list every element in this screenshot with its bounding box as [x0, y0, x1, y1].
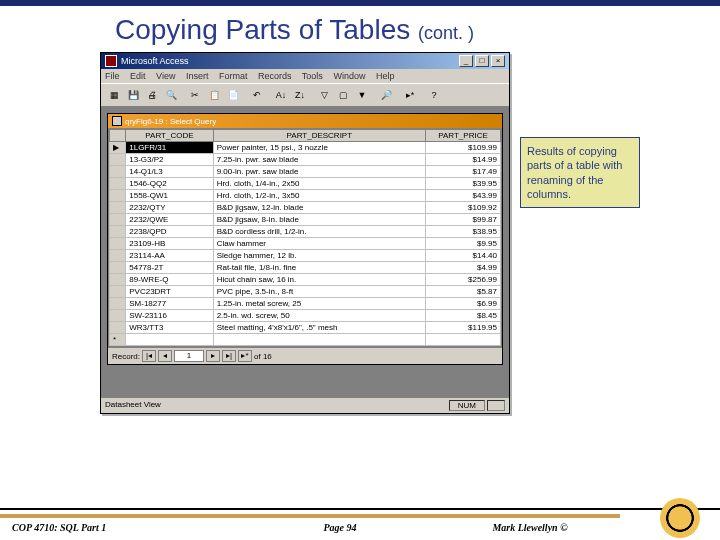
table-cell[interactable]	[110, 322, 126, 334]
menu-view[interactable]: View	[156, 71, 175, 81]
table-row[interactable]: 1558-QW1Hrd. cloth, 1/2-in., 3x50$43.99	[110, 190, 501, 202]
table-cell[interactable]: SM-18277	[126, 298, 213, 310]
table-cell[interactable]: 23114-AA	[126, 250, 213, 262]
table-cell[interactable]	[110, 286, 126, 298]
table-cell[interactable]: 1.25-in. metal screw, 25	[213, 298, 425, 310]
nav-last-icon[interactable]: ▸|	[222, 350, 236, 362]
nav-next-icon[interactable]: ▸	[206, 350, 220, 362]
table-cell[interactable]	[213, 334, 425, 346]
table-cell[interactable]: $119.95	[426, 322, 501, 334]
table-cell[interactable]: 23109-HB	[126, 238, 213, 250]
datasheet-grid[interactable]: PART_CODE PART_DESCRIPT PART_PRICE ▶1LGF…	[108, 128, 502, 347]
table-row[interactable]: *	[110, 334, 501, 346]
table-row[interactable]: 14-Q1/L39.00-in. pwr. saw blade$17.49	[110, 166, 501, 178]
maximize-button[interactable]: □	[475, 55, 489, 67]
table-cell[interactable]: 1558-QW1	[126, 190, 213, 202]
table-cell[interactable]: Hrd. cloth, 1/4-in., 2x50	[213, 178, 425, 190]
toolbar-save-icon[interactable]: 💾	[124, 86, 142, 104]
table-row[interactable]: 1546-QQ2Hrd. cloth, 1/4-in., 2x50$39.95	[110, 178, 501, 190]
table-cell[interactable]: $5.87	[426, 286, 501, 298]
table-cell[interactable]	[110, 214, 126, 226]
table-cell[interactable]: 2.5-in. wd. screw, 50	[213, 310, 425, 322]
table-cell[interactable]: 9.00-in. pwr. saw blade	[213, 166, 425, 178]
table-cell[interactable]: $43.99	[426, 190, 501, 202]
nav-new-icon[interactable]: ▸*	[238, 350, 252, 362]
table-cell[interactable]	[110, 274, 126, 286]
table-cell[interactable]	[110, 310, 126, 322]
table-cell[interactable]: $39.95	[426, 178, 501, 190]
table-cell[interactable]	[110, 202, 126, 214]
table-row[interactable]: 2232/QTYB&D jigsaw, 12-in. blade$109.92	[110, 202, 501, 214]
table-cell[interactable]	[110, 178, 126, 190]
table-cell[interactable]: $256.99	[426, 274, 501, 286]
table-cell[interactable]: Hicut chain saw, 16 in.	[213, 274, 425, 286]
table-cell[interactable]: Claw hammer	[213, 238, 425, 250]
table-cell[interactable]	[426, 334, 501, 346]
table-row[interactable]: 89-WRE-QHicut chain saw, 16 in.$256.99	[110, 274, 501, 286]
menu-records[interactable]: Records	[258, 71, 292, 81]
toolbar-new-icon[interactable]: ▸*	[401, 86, 419, 104]
col-part-code[interactable]: PART_CODE	[126, 130, 213, 142]
table-cell[interactable]: 1LGFR/31	[126, 142, 213, 154]
table-cell[interactable]: $99.87	[426, 214, 501, 226]
close-button[interactable]: ×	[491, 55, 505, 67]
table-cell[interactable]: $109.99	[426, 142, 501, 154]
table-cell[interactable]: WR3/TT3	[126, 322, 213, 334]
table-row[interactable]: 2238/QPDB&D cordless drill, 1/2-in.$38.9…	[110, 226, 501, 238]
table-cell[interactable]	[110, 190, 126, 202]
table-cell[interactable]: 54778-2T	[126, 262, 213, 274]
minimize-button[interactable]: _	[459, 55, 473, 67]
table-cell[interactable]: 14-Q1/L3	[126, 166, 213, 178]
table-cell[interactable]: $38.95	[426, 226, 501, 238]
table-row[interactable]: PVC23DRTPVC pipe, 3.5-in., 8-ft$5.87	[110, 286, 501, 298]
table-row[interactable]: SM-182771.25-in. metal screw, 25$6.99	[110, 298, 501, 310]
col-part-price[interactable]: PART_PRICE	[426, 130, 501, 142]
query-titlebar[interactable]: qryFig6-19 : Select Query	[108, 114, 502, 128]
nav-prev-icon[interactable]: ◂	[158, 350, 172, 362]
table-row[interactable]: 13-G3/P27.25-in. pwr. saw blade$14.99	[110, 154, 501, 166]
toolbar-apply-filter-icon[interactable]: ▼	[353, 86, 371, 104]
toolbar-help-icon[interactable]: ?	[425, 86, 443, 104]
toolbar-filter-icon[interactable]: ▽	[315, 86, 333, 104]
table-cell[interactable]	[110, 298, 126, 310]
table-cell[interactable]: Sledge hammer, 12 lb.	[213, 250, 425, 262]
table-row[interactable]: 54778-2TRat-tail file, 1/8-in. fine$4.99	[110, 262, 501, 274]
table-cell[interactable]: SW-23116	[126, 310, 213, 322]
table-cell[interactable]: PVC23DRT	[126, 286, 213, 298]
table-cell[interactable]: $6.99	[426, 298, 501, 310]
menu-insert[interactable]: Insert	[186, 71, 209, 81]
table-cell[interactable]: $109.92	[426, 202, 501, 214]
table-cell[interactable]: $14.40	[426, 250, 501, 262]
table-cell[interactable]	[110, 154, 126, 166]
menubar[interactable]: File Edit View Insert Format Records Too…	[101, 69, 509, 83]
table-row[interactable]: 23114-AASledge hammer, 12 lb.$14.40	[110, 250, 501, 262]
table-cell[interactable]: 2232/QTY	[126, 202, 213, 214]
table-cell[interactable]: ▶	[110, 142, 126, 154]
table-cell[interactable]	[110, 238, 126, 250]
toolbar-cut-icon[interactable]: ✂	[186, 86, 204, 104]
app-titlebar[interactable]: Microsoft Access _ □ ×	[101, 53, 509, 69]
table-cell[interactable]: 2238/QPD	[126, 226, 213, 238]
table-cell[interactable]: $14.99	[426, 154, 501, 166]
table-cell[interactable]: $17.49	[426, 166, 501, 178]
toolbar-find-icon[interactable]: 🔎	[377, 86, 395, 104]
toolbar-undo-icon[interactable]: ↶	[248, 86, 266, 104]
table-cell[interactable]	[110, 166, 126, 178]
menu-window[interactable]: Window	[333, 71, 365, 81]
table-cell[interactable]: 89-WRE-Q	[126, 274, 213, 286]
col-part-descript[interactable]: PART_DESCRIPT	[213, 130, 425, 142]
menu-format[interactable]: Format	[219, 71, 248, 81]
toolbar-sort-asc-icon[interactable]: A↓	[272, 86, 290, 104]
table-row[interactable]: SW-231162.5-in. wd. screw, 50$8.45	[110, 310, 501, 322]
toolbar-filter-form-icon[interactable]: ▢	[334, 86, 352, 104]
table-cell[interactable]: 1546-QQ2	[126, 178, 213, 190]
table-cell[interactable]: B&D jigsaw, 8-in. blade	[213, 214, 425, 226]
table-cell[interactable]	[110, 262, 126, 274]
table-cell[interactable]	[126, 334, 213, 346]
table-cell[interactable]: Rat-tail file, 1/8-in. fine	[213, 262, 425, 274]
table-cell[interactable]: 13-G3/P2	[126, 154, 213, 166]
table-row[interactable]: WR3/TT3Steel matting, 4'x8'x1/6", .5" me…	[110, 322, 501, 334]
table-cell[interactable]: Steel matting, 4'x8'x1/6", .5" mesh	[213, 322, 425, 334]
menu-help[interactable]: Help	[376, 71, 395, 81]
toolbar-paste-icon[interactable]: 📄	[224, 86, 242, 104]
